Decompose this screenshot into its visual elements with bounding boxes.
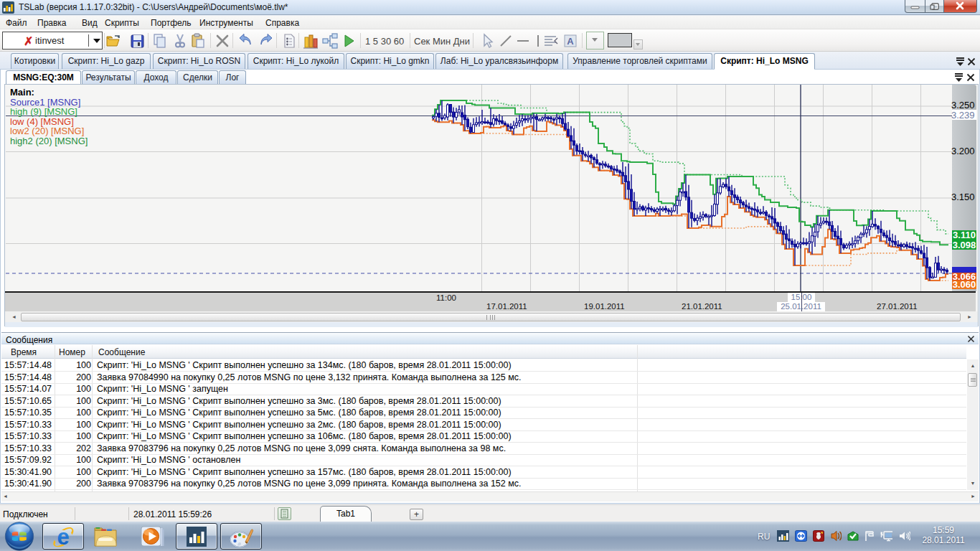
svg-text:A: A [567, 36, 574, 47]
